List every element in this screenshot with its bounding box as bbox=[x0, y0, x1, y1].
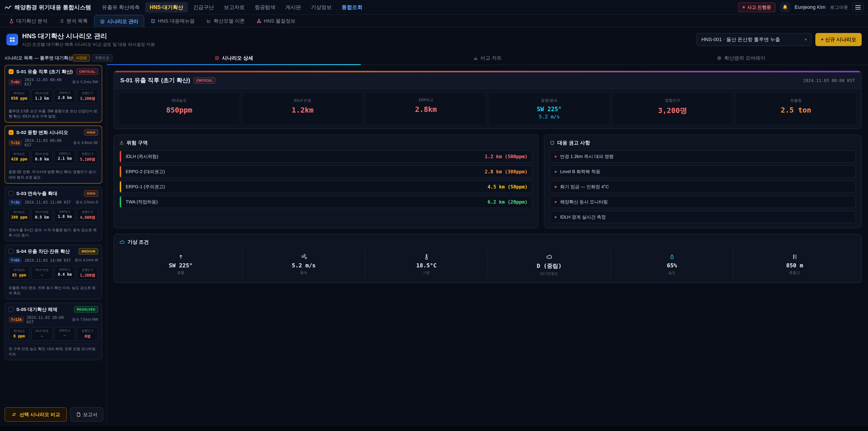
scenario-app-icon bbox=[6, 34, 18, 45]
weather-mixing-height: 850 m 혼합고 bbox=[733, 249, 856, 278]
molecule-icon bbox=[256, 19, 261, 24]
scenario-checkbox[interactable]: ✓ bbox=[8, 249, 13, 254]
scenario-description: 풍향 SE 전환. 주거지역 방향 확산 확대. 영향인구 증가. 대피 범위 … bbox=[8, 166, 98, 180]
weather-grid: SW 225° 풍향 5.2 m/s 풍속 bbox=[119, 249, 856, 278]
metric-idlh-radius: IDLH 반경0.8 km bbox=[31, 150, 53, 164]
subtab-dispersion-analysis[interactable]: 대기확산 분석 bbox=[4, 15, 53, 27]
compare-scenarios-button[interactable]: 선택 시나리오 비교 bbox=[4, 407, 67, 422]
main-area: 시나리오 상세 비교 차트 확산범위 오버레이 bbox=[107, 52, 868, 426]
tab-compare-chart[interactable]: 비교 차트 bbox=[361, 52, 614, 65]
thermometer-icon bbox=[423, 253, 430, 260]
scenario-wind: 풍속 4.8m/s SE bbox=[73, 141, 98, 145]
reco-item: 반경 1.2km 즉시 대피 명령 bbox=[550, 150, 856, 163]
nav-item-aerial-search[interactable]: 항공탐색 bbox=[250, 2, 280, 13]
nav-item-hns-dispersion[interactable]: HNS·대기확산 bbox=[145, 2, 188, 13]
scenario-card-s03[interactable]: ✓ S-03 연속누출 확대 HIGH T+3h 2024.11.03 11:0… bbox=[4, 187, 102, 241]
scenario-timestamp: 2024.11.03 09:00 KST bbox=[25, 138, 70, 147]
nav-item-board[interactable]: 게시판 bbox=[281, 2, 306, 13]
scenario-wind: 풍속 3.5m/s S bbox=[75, 200, 98, 205]
subtab-scenario-management[interactable]: 시나리오 관리 bbox=[94, 15, 144, 28]
scenario-card-s04[interactable]: ✓ S-04 유출 차단·잔류 확산 MEDIUM T+6h 2024.11.0… bbox=[4, 245, 102, 299]
severity-badge: MEDIUM bbox=[79, 248, 98, 254]
scenario-checkbox[interactable]: ✓ bbox=[8, 69, 13, 74]
nav-item-rescue[interactable]: 긴급구난 bbox=[189, 2, 219, 13]
scenario-card-s02[interactable]: ✓ S-02 풍향 변화 시나리오 HIGH T+1h 2024.11.03 0… bbox=[4, 126, 102, 183]
zone-row-idlh: IDLH (즉시위험) 1.2 km (500ppm) bbox=[119, 150, 532, 163]
stability-cloud-icon bbox=[546, 253, 553, 260]
reco-item: 화기 엄금 — 인화점 4°C bbox=[550, 181, 856, 193]
zone-row-erpg1: ERPG-1 (주의권고) 4.5 km (50ppm) bbox=[119, 181, 532, 193]
subtab-hns-manual[interactable]: HNS 대응매뉴얼 bbox=[145, 15, 200, 27]
scenario-checkbox[interactable]: ✓ bbox=[8, 307, 13, 312]
severity-badge: CRITICAL bbox=[76, 68, 98, 75]
top-navbar: 해양환경 위기대응 통합시스템 유출유 확산예측 HNS·대기확산 긴급구난 보… bbox=[0, 0, 868, 15]
new-scenario-button[interactable]: + 신규 시나리오 bbox=[815, 33, 862, 46]
book-icon bbox=[151, 19, 156, 24]
scenario-checkbox[interactable]: ✓ bbox=[8, 130, 13, 135]
nav-item-reports[interactable]: 보고자료 bbox=[219, 2, 249, 13]
trend-chart-icon bbox=[206, 19, 211, 24]
weather-title: 기상 조건 bbox=[127, 239, 149, 245]
metric-population: 영향인구3,200명 bbox=[77, 89, 98, 103]
bullet-icon bbox=[555, 201, 557, 203]
detail-metric-wind: 풍향/풍속 SW 225° 5.2 m/s bbox=[489, 93, 609, 124]
ruler-icon bbox=[792, 253, 798, 260]
brand-title: 해양환경 위기대응 통합시스템 bbox=[14, 4, 91, 11]
flask-icon bbox=[9, 19, 14, 24]
bottom-bar bbox=[0, 426, 868, 431]
page-header: HNS 대기확산 시나리오 관리 시간·조건별 대기확산 예측 시나리오 비교·… bbox=[0, 28, 868, 52]
scenario-checkbox[interactable]: ✓ bbox=[8, 191, 13, 196]
app-root: 해양환경 위기대응 통합시스템 유출유 확산예측 HNS·대기확산 긴급구난 보… bbox=[0, 0, 868, 431]
metric-erpg2: ERPG-22.8 km bbox=[54, 89, 75, 103]
logout-button[interactable]: 로그아웃 bbox=[830, 4, 848, 10]
scenario-title: S-04 유출 차단·잔류 확산 bbox=[16, 248, 76, 254]
nav-item-weather[interactable]: 기상정보 bbox=[307, 2, 336, 13]
severity-badge: HIGH bbox=[84, 190, 98, 196]
subtab-analysis-list[interactable]: 분석 목록 bbox=[54, 15, 93, 27]
scenario-card-s01[interactable]: ✓ S-01 유출 직후 (초기 확산) CRITICAL T+0h 2024.… bbox=[4, 65, 102, 123]
weather-stability: D (중립) 대기안정도 bbox=[488, 249, 610, 278]
zone-row-erpg2: ERPG-2 (대피권고) 2.8 km (300ppm) bbox=[119, 165, 532, 178]
nav-item-oil-spill[interactable]: 유출유 확산예측 bbox=[97, 2, 144, 13]
tab-dispersion-overlay[interactable]: 확산범위 오버레이 bbox=[614, 52, 868, 65]
page-header-right: HNS-001 · 울산 온산항 톨루엔 누출 ▾ + 신규 시나리오 bbox=[696, 33, 862, 46]
weather-wind-direction: SW 225° 풍향 bbox=[119, 249, 242, 278]
main-nav: 유출유 확산예측 HNS·대기확산 긴급구난 보고자료 항공탐색 게시판 기상정… bbox=[97, 2, 732, 13]
scenario-card-s05[interactable]: ✓ S-05 대기확산 해제 RESOLVED T+12h 2024.11.03… bbox=[4, 303, 102, 360]
time-offset-badge: T+12h bbox=[8, 317, 24, 323]
detail-metric-max-concentration: 최대농도 850ppm bbox=[119, 93, 239, 124]
subtab-model-theory[interactable]: 확산모델 이론 bbox=[201, 15, 250, 27]
tab-scenario-detail[interactable]: 시나리오 상세 bbox=[107, 52, 361, 65]
scenario-timestamp: 2024.11.03 08:00 KST bbox=[25, 78, 70, 87]
incident-select[interactable]: HNS-001 · 울산 온산항 톨루엔 누출 ▾ bbox=[696, 33, 812, 46]
wind-direction-icon bbox=[178, 253, 184, 260]
time-offset-badge: T+1h bbox=[8, 140, 22, 146]
weather-humidity: 65% 습도 bbox=[610, 249, 733, 278]
metric-idlh-radius: IDLH 반경1.2 km bbox=[31, 89, 53, 103]
recommendations-title: 대응 권고 사항 bbox=[557, 140, 590, 146]
scenario-timestamp: 2024.11.03 11:00 KST bbox=[25, 200, 73, 205]
radar-overlay-icon bbox=[717, 56, 721, 60]
nav-item-integrated-search[interactable]: 통합조회 bbox=[337, 2, 367, 13]
notification-bell-button[interactable] bbox=[780, 2, 790, 12]
report-button[interactable]: 보고서 bbox=[70, 407, 103, 422]
scenario-title: S-03 연속누출 확대 bbox=[16, 190, 81, 196]
status-dot-icon bbox=[743, 6, 745, 8]
hamburger-menu-icon[interactable] bbox=[852, 3, 864, 12]
weather-temperature: 18.5°C 기온 bbox=[365, 249, 488, 278]
scenario-list: ✓ S-01 유출 직후 (초기 확산) CRITICAL T+0h 2024.… bbox=[4, 65, 102, 403]
detail-metrics: 최대농도 850ppm IDLH 반경 1.2km ERPG-2 2.8km bbox=[114, 89, 861, 129]
metric-population: 영향인구1,200명 bbox=[77, 266, 98, 280]
scenario-description: 연속누출 3시간 경과. 누적 유출량 증가. 풍속 감소로 체류 시간 증가. bbox=[8, 225, 98, 238]
metric-max-concentration: 최대농도280 ppm bbox=[8, 208, 30, 222]
risk-zones-panel: ⚠ 위험 구역 IDLH (즉시위험) 1.2 km (500ppm) ERPG… bbox=[114, 134, 538, 228]
detail-grid-icon bbox=[215, 56, 219, 60]
bullet-icon bbox=[555, 216, 557, 218]
recommendations-panel: 대응 권고 사항 반경 1.2km 즉시 대피 명령 Level B 화학복 착… bbox=[544, 134, 862, 228]
sort-by-time-badge[interactable]: 시간순 bbox=[73, 54, 90, 62]
subtab-hns-substance-info[interactable]: HNS 물질정보 bbox=[251, 15, 301, 27]
severity-badge: HIGH bbox=[84, 129, 98, 135]
cloud-icon bbox=[119, 239, 125, 245]
metric-max-concentration: 최대농도8 ppm bbox=[8, 327, 30, 341]
user-name[interactable]: Eunjeong Kim bbox=[795, 4, 826, 10]
